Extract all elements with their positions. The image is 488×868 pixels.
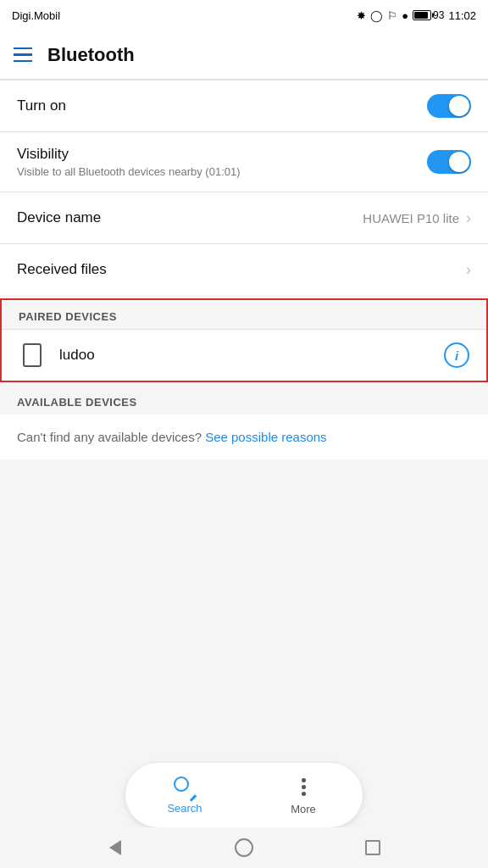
paired-section: PAIRED DEVICES ludoo i [0, 298, 488, 382]
cant-find-row: Can't find any available devices? See po… [0, 415, 488, 459]
device-name-value: HUAWEI P10 lite [363, 211, 459, 225]
phone-icon [23, 343, 42, 367]
dot-2 [302, 785, 306, 789]
search-label: Search [167, 802, 202, 815]
turn-on-toggle[interactable] [427, 94, 471, 118]
recents-button[interactable] [361, 836, 385, 860]
turn-on-left: Turn on [17, 97, 427, 114]
received-files-label: Received files [17, 261, 466, 278]
device-name-right: HUAWEI P10 lite › [363, 209, 471, 227]
battery-fill [414, 12, 428, 19]
device-row-ludoo[interactable]: ludoo i [2, 330, 486, 381]
dot-3 [302, 792, 306, 796]
more-label: More [291, 803, 316, 815]
status-icons: ✸ ◯ ⚐ ● 93 11:02 [357, 9, 476, 22]
info-letter: i [455, 348, 458, 363]
cant-find-text: Can't find any available devices? [17, 430, 202, 444]
time-label: 11:02 [448, 9, 476, 22]
device-info-button[interactable]: i [444, 342, 469, 368]
received-files-right: › [466, 261, 471, 279]
more-icon [302, 775, 306, 799]
device-name-label: Device name [17, 209, 363, 226]
toggle-knob [449, 96, 469, 116]
battery-outline [413, 10, 431, 20]
status-bar: Digi.Mobil ✸ ◯ ⚐ ● 93 11:02 [0, 0, 488, 31]
bluetooth-icon: ✸ [357, 9, 366, 22]
back-button[interactable] [103, 836, 127, 860]
search-circle [174, 776, 189, 792]
menu-line-2 [14, 53, 32, 56]
paired-section-title: PAIRED DEVICES [19, 310, 117, 323]
signal-icon: ● [402, 9, 408, 22]
paired-section-wrapper: PAIRED DEVICES ludoo i [0, 298, 488, 382]
bottom-nav-pill: Search More [125, 763, 363, 827]
visibility-sublabel: Visible to all Bluetooth devices nearby … [17, 165, 427, 178]
device-name-left: Device name [17, 209, 363, 226]
settings-section: Turn on Visibility Visible to all Blueto… [0, 81, 488, 295]
visibility-toggle[interactable] [427, 150, 471, 174]
home-button[interactable] [232, 836, 256, 860]
back-icon [109, 840, 121, 855]
visibility-toggle-knob [449, 152, 469, 172]
page-title: Bluetooth [47, 44, 135, 66]
carrier-label: Digi.Mobil [12, 9, 60, 22]
turn-on-row[interactable]: Turn on [0, 81, 488, 131]
alarm-icon: ◯ [370, 9, 383, 22]
received-files-row[interactable]: Received files › [0, 244, 488, 295]
search-icon [174, 776, 196, 798]
available-section: AVAILABLE DEVICES Can't find any availab… [0, 386, 488, 459]
device-icon-wrap [19, 342, 46, 369]
device-name-chevron: › [466, 209, 471, 227]
turn-on-label: Turn on [17, 97, 427, 114]
toolbar: Bluetooth [0, 31, 488, 80]
recents-icon [365, 840, 380, 855]
dot-1 [302, 778, 306, 782]
menu-line-1 [14, 47, 32, 50]
visibility-left: Visibility Visible to all Bluetooth devi… [17, 146, 427, 178]
paired-section-header: PAIRED DEVICES [2, 300, 486, 330]
nav-more-item[interactable]: More [244, 770, 363, 821]
visibility-label: Visibility [17, 146, 427, 163]
see-reasons-link[interactable]: See possible reasons [205, 430, 326, 444]
battery-indicator: 93 [413, 9, 444, 21]
bottom-nav-area: Search More [0, 763, 488, 827]
battery-percent: 93 [433, 9, 444, 21]
wifi-icon: ⚐ [387, 9, 397, 22]
nav-search-item[interactable]: Search [125, 771, 244, 820]
menu-line-3 [14, 60, 32, 63]
system-nav [0, 827, 488, 868]
device-name-row[interactable]: Device name HUAWEI P10 lite › [0, 192, 488, 243]
received-files-chevron: › [466, 261, 471, 279]
home-icon [235, 838, 253, 857]
available-section-header: AVAILABLE DEVICES [0, 386, 488, 415]
menu-button[interactable] [14, 47, 32, 63]
search-handle [190, 794, 197, 801]
device-name-ludoo: ludoo [59, 347, 430, 364]
available-section-title: AVAILABLE DEVICES [17, 396, 137, 409]
visibility-row[interactable]: Visibility Visible to all Bluetooth devi… [0, 132, 488, 192]
received-files-left: Received files [17, 261, 466, 278]
